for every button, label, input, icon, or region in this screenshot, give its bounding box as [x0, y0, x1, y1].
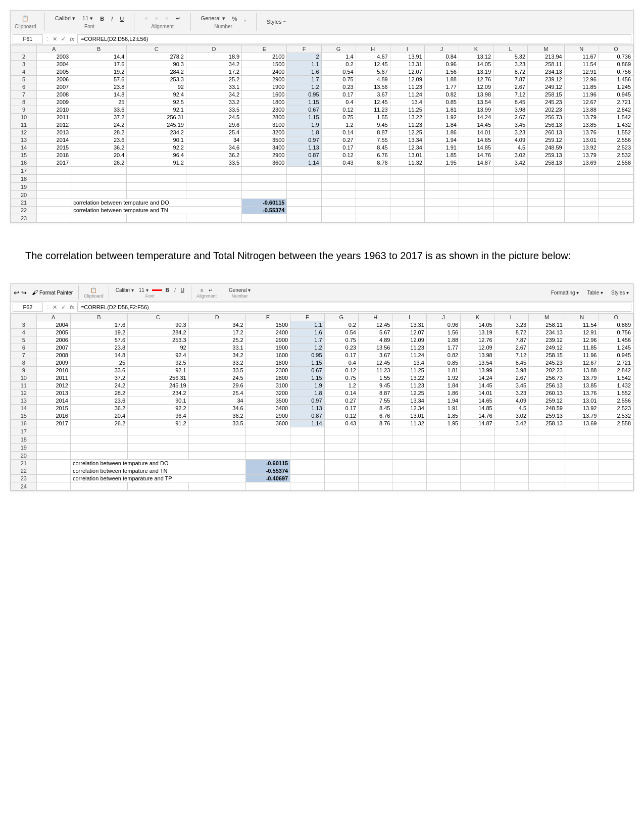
cell-O[interactable]: 2.721 [599, 359, 633, 367]
cell-K[interactable]: 13.12 [459, 53, 493, 61]
cell-M[interactable]: 248.59 [528, 144, 565, 152]
cell-M[interactable]: 258.11 [528, 61, 565, 68]
cell-O[interactable]: 2.558 [599, 159, 633, 167]
cell-H[interactable]: 12.45 [356, 99, 390, 106]
cell-C[interactable]: 253.3 [127, 76, 186, 83]
cell-C[interactable]: 90.1 [127, 136, 186, 144]
cell-K[interactable]: 14.05 [459, 61, 493, 68]
cell-N[interactable]: 13.92 [564, 144, 599, 152]
cell-M[interactable]: 260.13 [529, 389, 565, 397]
comma-button[interactable]: , [242, 15, 248, 23]
cell-N[interactable]: 12.91 [565, 329, 599, 336]
cell-C[interactable]: 92.5 [128, 359, 189, 367]
cell-F[interactable]: 1.13 [290, 405, 324, 412]
col-header-N[interactable]: N [564, 45, 599, 53]
col2-header-F[interactable]: F [290, 314, 324, 321]
row-header[interactable]: 10 [11, 374, 37, 382]
cell-D[interactable]: 34.6 [188, 405, 245, 412]
cell-H[interactable]: 9.45 [356, 121, 390, 129]
cell-D[interactable]: 34.2 [186, 61, 241, 68]
cell-F[interactable]: 1.8 [290, 389, 324, 397]
cell-M[interactable]: 260.13 [528, 129, 565, 136]
styles-button-2[interactable]: Styles ▾ [610, 289, 630, 296]
cell-F[interactable]: 1.1 [287, 61, 321, 68]
cell-D[interactable]: 33.2 [188, 359, 245, 367]
row-header[interactable]: 3 [11, 321, 37, 329]
row-header[interactable]: 9 [11, 106, 37, 114]
row-header[interactable]: 16 [11, 159, 37, 167]
cell-M[interactable]: 239.12 [529, 336, 565, 344]
cell-C[interactable]: 92.4 [127, 91, 186, 99]
cell-F[interactable]: 1.6 [290, 329, 324, 336]
row-header[interactable]: 10 [11, 114, 37, 121]
cell-L[interactable]: 3.23 [493, 129, 528, 136]
italic-button[interactable]: I [109, 15, 115, 23]
cell-O[interactable]: 2.558 [599, 420, 633, 427]
cell-J[interactable]: 1.92 [426, 374, 460, 382]
cell-H[interactable]: 5.67 [358, 329, 392, 336]
italic-btn-2[interactable]: I [173, 287, 177, 293]
cell-B[interactable]: 14.8 [71, 91, 127, 99]
cell-M[interactable]: 245.23 [528, 99, 565, 106]
cell-M[interactable]: 259.12 [528, 136, 565, 144]
cell-F[interactable]: 1.1 [290, 321, 324, 329]
cell-J[interactable]: 1.86 [424, 129, 459, 136]
cell-L[interactable]: 7.87 [493, 76, 528, 83]
cell-G[interactable]: 0.12 [321, 152, 356, 159]
cell-B[interactable]: 23.6 [70, 397, 127, 405]
cell-E[interactable]: 2900 [245, 336, 290, 344]
cell-J[interactable]: 1.88 [424, 76, 459, 83]
cell-N[interactable]: 13.79 [564, 152, 599, 159]
cell-G[interactable]: 0.75 [324, 336, 358, 344]
cell-K[interactable]: 14.45 [461, 382, 494, 389]
cell-F[interactable]: 0.97 [287, 136, 321, 144]
cell-L[interactable]: 3.98 [493, 106, 528, 114]
cell-L[interactable]: 3.45 [494, 382, 528, 389]
col2-header-I[interactable]: I [392, 314, 426, 321]
cell-E[interactable]: 1500 [245, 321, 290, 329]
cell-G[interactable]: 0.17 [324, 352, 358, 359]
cell-H[interactable]: 12.45 [358, 321, 392, 329]
row-header[interactable]: 7 [11, 91, 37, 99]
col2-header-L[interactable]: L [494, 314, 528, 321]
confirm-icon-1[interactable]: ✓ [60, 36, 67, 42]
format-painter-label[interactable]: Format Painter [39, 290, 73, 296]
cell-F[interactable]: 1.8 [287, 129, 321, 136]
cell-K[interactable]: 12.76 [459, 76, 493, 83]
cell-I[interactable]: 13.01 [392, 412, 426, 420]
cell-F[interactable]: 0.97 [290, 397, 324, 405]
cell-M[interactable]: 234.13 [529, 329, 565, 336]
cell-G[interactable]: 0.2 [324, 321, 358, 329]
formatting-button[interactable]: Formatting ▾ [550, 289, 581, 296]
cell-C[interactable]: 96.4 [127, 152, 186, 159]
cell-N[interactable]: 13.69 [564, 159, 599, 167]
row-header[interactable]: 12 [11, 389, 37, 397]
cell-D[interactable]: 25.4 [186, 129, 241, 136]
cell-M[interactable]: 239.12 [528, 76, 565, 83]
cell-I[interactable]: 12.34 [390, 144, 424, 152]
cell-J[interactable]: 0.96 [426, 321, 460, 329]
cell-D[interactable]: 34 [186, 136, 241, 144]
cell-L[interactable]: 4.09 [494, 397, 528, 405]
cell-G[interactable]: 0.54 [321, 68, 356, 76]
row-header[interactable]: 8 [11, 359, 37, 367]
cell-E[interactable]: 1900 [242, 83, 287, 91]
cell-K[interactable]: 13.19 [461, 329, 494, 336]
cell-O[interactable]: 1.432 [599, 121, 633, 129]
cell-I[interactable]: 11.24 [392, 352, 426, 359]
table-button[interactable]: Table ▾ [585, 289, 605, 296]
cell-ref-input-1[interactable] [13, 34, 43, 43]
cell-A[interactable]: 2013 [36, 389, 70, 397]
cell-D[interactable]: 17.2 [188, 329, 245, 336]
cell-F[interactable]: 1.13 [287, 144, 321, 152]
cell-E[interactable]: 3600 [242, 159, 287, 167]
cell-H[interactable]: 8.45 [358, 405, 392, 412]
cell-A[interactable]: 2005 [37, 68, 71, 76]
cell-J[interactable]: 1.56 [426, 329, 460, 336]
cell-O[interactable]: 1.456 [599, 336, 633, 344]
col-header-G[interactable]: G [321, 45, 356, 53]
col-header-M[interactable]: M [528, 45, 565, 53]
cell-O[interactable]: 2.532 [599, 412, 633, 420]
cell-E[interactable]: 1600 [242, 91, 287, 99]
cell-N[interactable]: 11.85 [564, 83, 599, 91]
